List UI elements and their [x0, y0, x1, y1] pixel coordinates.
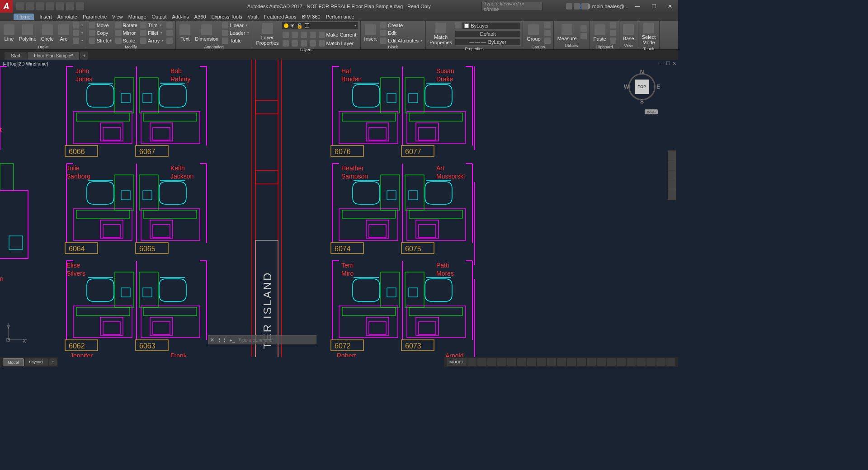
clip-tool3[interactable]	[609, 37, 617, 44]
qat-new-icon[interactable]	[16, 2, 24, 10]
tab-output[interactable]: Output	[152, 14, 167, 19]
rotate-button[interactable]: Rotate	[114, 22, 138, 29]
group-button[interactable]: Group	[525, 24, 542, 42]
mirror-button[interactable]: Mirror	[114, 29, 138, 37]
app-menu-icon[interactable]: A	[0, 0, 13, 13]
tab-insert[interactable]: Insert	[39, 14, 52, 19]
array-button[interactable]: Array▾	[139, 37, 165, 44]
layer-tool1[interactable]	[282, 31, 290, 38]
layer-properties-button[interactable]: Layer Properties	[254, 22, 280, 47]
status-units-icon[interactable]	[607, 358, 616, 366]
status-polar-icon[interactable]	[497, 358, 506, 366]
maximize-button[interactable]: ☐	[646, 0, 662, 13]
lineweight-selector[interactable]: Default	[455, 30, 521, 38]
group-tool2[interactable]	[543, 29, 552, 37]
tab-home[interactable]: Home	[14, 14, 34, 20]
text-button[interactable]: Text	[178, 24, 192, 42]
status-model-toggle[interactable]: MODEL	[447, 358, 467, 366]
paste-button[interactable]: Paste	[592, 24, 608, 42]
floor-plan-drawing[interactable]: TER ISLAND 60666067JohnJonesBobRahmy6064…	[0, 60, 678, 357]
copy-button[interactable]: Copy	[88, 29, 113, 37]
layer-tool5[interactable]	[282, 40, 290, 47]
group-tool1[interactable]	[543, 22, 552, 29]
tab-a360[interactable]: A360	[194, 14, 206, 19]
layer-tool8[interactable]	[309, 40, 317, 47]
new-file-tab[interactable]: +	[80, 52, 88, 60]
status-lock-icon[interactable]	[627, 358, 636, 366]
exchange-icon[interactable]	[566, 3, 572, 9]
status-ortho-icon[interactable]	[487, 358, 496, 366]
tab-addins[interactable]: Add-ins	[172, 14, 189, 19]
status-transparency-icon[interactable]	[557, 358, 566, 366]
measure-button[interactable]: Measure	[556, 23, 579, 42]
status-cycling-icon[interactable]	[567, 358, 576, 366]
tab-performance[interactable]: Performance	[326, 14, 354, 19]
status-isolate-icon[interactable]	[646, 358, 656, 366]
scale-button[interactable]: Scale	[114, 37, 138, 44]
group-tool3[interactable]	[543, 37, 552, 44]
color-icon[interactable]	[455, 22, 461, 28]
status-workspace-icon[interactable]	[597, 358, 606, 366]
qat-save-icon[interactable]	[36, 2, 44, 10]
modify-misc1[interactable]	[165, 22, 174, 29]
cmd-handle-icon[interactable]: ⋮⋮	[217, 337, 227, 343]
base-button[interactable]: Base	[621, 23, 636, 42]
status-lweight-icon[interactable]	[547, 358, 556, 366]
status-annoscale-icon[interactable]	[587, 358, 596, 366]
leader-button[interactable]: Leader▾	[221, 29, 250, 37]
util-tool1[interactable]	[580, 25, 588, 32]
move-button[interactable]: Move	[88, 22, 113, 29]
status-clean-icon[interactable]	[656, 358, 665, 366]
stretch-button[interactable]: Stretch	[88, 37, 113, 44]
table-button[interactable]: Table	[221, 37, 250, 44]
match-properties-button[interactable]: Match Properties	[428, 22, 454, 46]
qat-redo-icon[interactable]	[76, 2, 84, 10]
insert-button[interactable]: Insert	[363, 24, 379, 42]
status-snap-icon[interactable]	[477, 358, 486, 366]
fillet-button[interactable]: Fillet▾	[139, 29, 165, 37]
circle-button[interactable]: Circle	[39, 24, 56, 42]
file-tab-active[interactable]: Floor Plan Sample*	[28, 52, 79, 60]
layer-tool4[interactable]	[309, 31, 317, 38]
qat-saveas-icon[interactable]	[46, 2, 54, 10]
util-tool2[interactable]	[580, 33, 588, 40]
polyline-button[interactable]: Polyline	[17, 24, 38, 42]
select-mode-button[interactable]: Select Mode	[640, 22, 658, 46]
status-custom-icon[interactable]	[666, 358, 675, 366]
layout-tab-add[interactable]: +	[49, 358, 57, 366]
make-current-button[interactable]: Make Current	[318, 31, 358, 38]
command-line[interactable]: ✕ ⋮⋮ ▸_	[208, 335, 316, 344]
status-otrack-icon[interactable]	[537, 358, 546, 366]
linetype-selector[interactable]: ——— ByLayer	[455, 38, 521, 46]
layer-selector[interactable]: ☀ 🔓 ▾	[282, 22, 359, 30]
tab-bim360[interactable]: BIM 360	[302, 14, 321, 19]
layer-tool2[interactable]	[291, 31, 299, 38]
layer-tool6[interactable]	[291, 40, 299, 47]
dimension-button[interactable]: Dimension	[193, 24, 220, 42]
draw-misc1[interactable]: ▾	[72, 22, 84, 29]
create-button[interactable]: Create	[379, 22, 424, 29]
status-3dosnap-icon[interactable]	[527, 358, 536, 366]
help-search[interactable]: Type a keyword or phrase	[481, 2, 542, 11]
status-isodraft-icon[interactable]	[507, 358, 516, 366]
modify-misc2[interactable]	[165, 29, 174, 37]
edit-button[interactable]: Edit	[379, 29, 424, 37]
cmd-close-icon[interactable]: ✕	[210, 337, 214, 343]
tab-manage[interactable]: Manage	[128, 14, 146, 19]
linear-button[interactable]: Linear▾	[221, 22, 250, 29]
clip-tool2[interactable]	[609, 29, 617, 37]
color-selector[interactable]: ByLayer	[462, 22, 521, 29]
arc-button[interactable]: Arc	[57, 24, 71, 42]
command-input[interactable]	[238, 338, 314, 343]
line-button[interactable]: Line	[2, 24, 16, 42]
connect-icon[interactable]	[574, 3, 580, 9]
qat-open-icon[interactable]	[26, 2, 34, 10]
help-icon[interactable]	[581, 3, 588, 9]
tab-annotate[interactable]: Annotate	[57, 14, 77, 19]
qat-plot-icon[interactable]	[56, 2, 64, 10]
status-grid-icon[interactable]	[467, 358, 476, 366]
layer-tool3[interactable]	[300, 31, 308, 38]
match-layer-button[interactable]: Match Layer	[318, 40, 355, 47]
draw-misc2[interactable]: ▾	[72, 29, 84, 37]
qat-undo-icon[interactable]	[66, 2, 74, 10]
